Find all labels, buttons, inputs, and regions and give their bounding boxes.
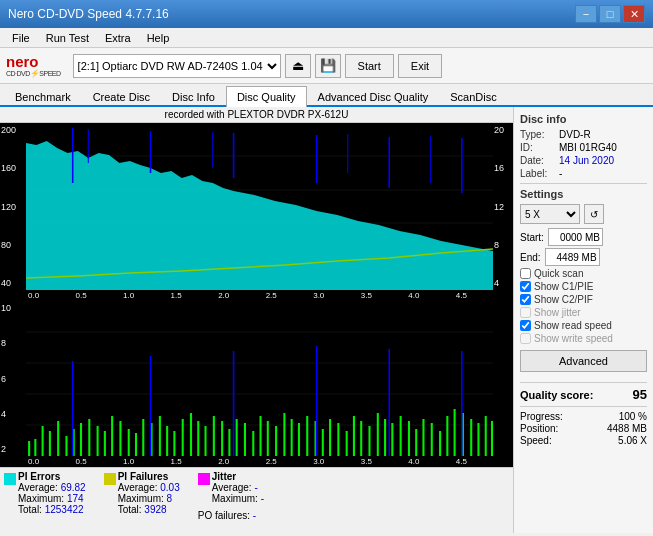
menu-extra[interactable]: Extra xyxy=(97,30,139,46)
show-c1pie-checkbox[interactable] xyxy=(520,281,531,292)
disc-date-row: Date: 14 Jun 2020 xyxy=(520,155,647,166)
top-chart-svg xyxy=(26,123,493,290)
svg-rect-40 xyxy=(190,413,192,456)
svg-rect-21 xyxy=(42,426,44,456)
tab-advanced-disc-quality[interactable]: Advanced Disc Quality xyxy=(307,86,440,107)
svg-rect-32 xyxy=(128,429,130,456)
svg-rect-66 xyxy=(391,423,393,456)
pi-failures-total-val: 3928 xyxy=(144,504,166,515)
svg-rect-69 xyxy=(415,429,417,456)
eject-button[interactable]: ⏏ xyxy=(285,54,311,78)
speed-selector[interactable]: 5 X 1 X 2 X 4 X 8 X Max xyxy=(520,204,580,224)
show-c2pif-checkbox[interactable] xyxy=(520,294,531,305)
advanced-button[interactable]: Advanced xyxy=(520,350,647,372)
pi-errors-max-key: Maximum: xyxy=(18,493,64,504)
show-c1pie-row: Show C1/PIE xyxy=(520,281,647,292)
quick-scan-row: Quick scan xyxy=(520,268,647,279)
quality-score-value: 95 xyxy=(633,387,647,402)
exit-button[interactable]: Exit xyxy=(398,54,442,78)
svg-rect-78 xyxy=(485,416,487,456)
disc-info-title: Disc info xyxy=(520,113,647,125)
show-c2pif-row: Show C2/PIF xyxy=(520,294,647,305)
jitter-avg-val: - xyxy=(254,482,257,493)
logo-nero: nero xyxy=(6,54,61,69)
menu-help[interactable]: Help xyxy=(139,30,178,46)
svg-rect-70 xyxy=(422,419,424,456)
show-jitter-checkbox[interactable] xyxy=(520,307,531,318)
y-axis-right-top: 20 16 12 8 4 xyxy=(493,123,513,290)
maximize-button[interactable]: □ xyxy=(599,5,621,23)
menu-file[interactable]: File xyxy=(4,30,38,46)
drive-selector[interactable]: [2:1] Optiarc DVD RW AD-7240S 1.04 xyxy=(73,54,281,78)
disc-type-row: Type: DVD-R xyxy=(520,129,647,140)
position-label: Position: xyxy=(520,423,558,434)
speed-display-value: 5.06 X xyxy=(618,435,647,446)
pi-errors-stats: PI Errors Average: 69.82 Maximum: 174 To… xyxy=(4,471,86,530)
disc-id-val: MBI 01RG40 xyxy=(559,142,617,153)
pi-errors-total-key: Total: xyxy=(18,504,42,515)
svg-rect-45 xyxy=(228,429,230,456)
bottom-chart: 10 8 6 4 2 xyxy=(0,301,513,456)
svg-rect-72 xyxy=(439,431,441,456)
svg-rect-43 xyxy=(213,416,215,456)
jitter-max-key: Maximum: xyxy=(212,493,258,504)
svg-rect-37 xyxy=(166,426,168,456)
chart-header: recorded with PLEXTOR DVDR PX-612U xyxy=(0,107,513,123)
tab-disc-info[interactable]: Disc Info xyxy=(161,86,226,107)
end-mb-key: End: xyxy=(520,252,541,263)
quality-score-row: Quality score: 95 xyxy=(520,387,647,402)
show-c1pie-label: Show C1/PIE xyxy=(534,281,593,292)
end-mb-input[interactable] xyxy=(545,248,600,266)
pi-errors-avg-key: Average: xyxy=(18,482,58,493)
refresh-button[interactable]: ↺ xyxy=(584,204,604,224)
svg-rect-28 xyxy=(97,426,99,456)
show-read-speed-checkbox[interactable] xyxy=(520,320,531,331)
save-button[interactable]: 💾 xyxy=(315,54,341,78)
y-axis-left-bottom: 10 8 6 4 2 xyxy=(0,301,26,456)
po-failures-label: PO failures: xyxy=(198,510,250,521)
close-button[interactable]: ✕ xyxy=(623,5,645,23)
pi-errors-avg-val: 69.82 xyxy=(61,482,86,493)
svg-rect-73 xyxy=(446,416,448,456)
main-content: recorded with PLEXTOR DVDR PX-612U 200 1… xyxy=(0,107,653,533)
tab-benchmark[interactable]: Benchmark xyxy=(4,86,82,107)
show-write-speed-checkbox[interactable] xyxy=(520,333,531,344)
svg-rect-50 xyxy=(267,421,269,456)
svg-rect-23 xyxy=(57,421,59,456)
svg-rect-39 xyxy=(182,419,184,456)
svg-rect-27 xyxy=(88,419,90,456)
disc-date-key: Date: xyxy=(520,155,555,166)
logo-cdspeed: CD·DVD⚡SPEED xyxy=(6,69,61,78)
show-read-speed-row: Show read speed xyxy=(520,320,647,331)
pi-errors-total-val: 1253422 xyxy=(45,504,84,515)
svg-rect-22 xyxy=(49,431,51,456)
show-write-speed-label: Show write speed xyxy=(534,333,613,344)
disc-id-key: ID: xyxy=(520,142,555,153)
svg-rect-26 xyxy=(80,423,82,456)
quick-scan-checkbox[interactable] xyxy=(520,268,531,279)
start-button[interactable]: Start xyxy=(345,54,394,78)
start-mb-input[interactable] xyxy=(548,228,603,246)
tab-scandisc[interactable]: ScanDisc xyxy=(439,86,507,107)
bottom-chart-svg xyxy=(26,301,493,456)
show-write-speed-row: Show write speed xyxy=(520,333,647,344)
svg-rect-29 xyxy=(104,431,106,456)
pi-failures-avg-val: 0.03 xyxy=(160,482,179,493)
jitter-avg-key: Average: xyxy=(212,482,252,493)
tab-disc-quality[interactable]: Disc Quality xyxy=(226,86,307,107)
svg-rect-24 xyxy=(65,436,67,456)
menu-run-test[interactable]: Run Test xyxy=(38,30,97,46)
svg-rect-61 xyxy=(353,416,355,456)
chart-panel: recorded with PLEXTOR DVDR PX-612U 200 1… xyxy=(0,107,513,533)
minimize-button[interactable]: − xyxy=(575,5,597,23)
svg-rect-67 xyxy=(400,416,402,456)
svg-rect-47 xyxy=(244,423,246,456)
svg-rect-77 xyxy=(477,423,479,456)
tab-create-disc[interactable]: Create Disc xyxy=(82,86,161,107)
pi-failures-total-key: Total: xyxy=(118,504,142,515)
pi-errors-max-val: 174 xyxy=(67,493,84,504)
speed-display-label: Speed: xyxy=(520,435,552,446)
y-axis-left-top: 200 160 120 80 40 xyxy=(0,123,26,290)
svg-marker-4 xyxy=(26,141,493,290)
menubar: File Run Test Extra Help xyxy=(0,28,653,48)
